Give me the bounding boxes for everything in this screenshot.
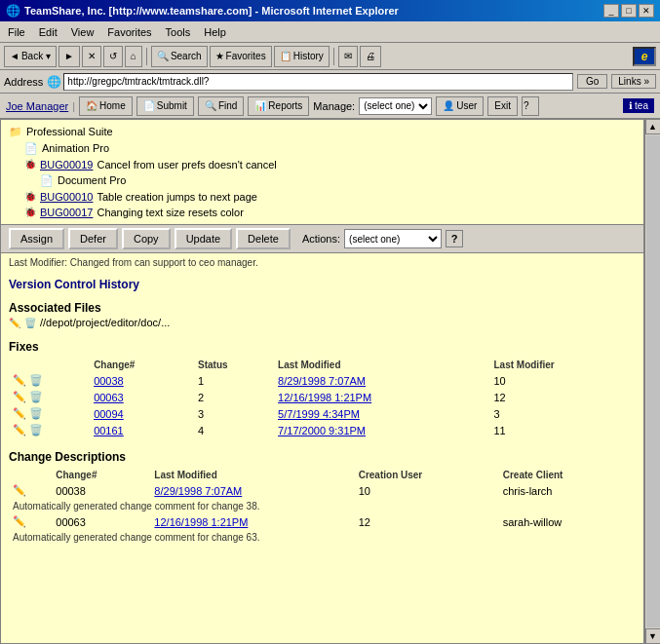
- bug-description: Changing text size resets color: [97, 207, 243, 218]
- copy-button[interactable]: Copy: [122, 228, 171, 249]
- change-link[interactable]: 00161: [94, 425, 124, 436]
- home-app-button[interactable]: 🏠 Home: [79, 96, 133, 116]
- create-client: sarah-willow: [499, 513, 636, 530]
- go-button[interactable]: Go: [577, 74, 607, 89]
- menu-file[interactable]: File: [4, 24, 29, 40]
- favorites-button[interactable]: ★ Favorites: [210, 46, 272, 67]
- bug-link[interactable]: BUG00017: [40, 207, 93, 218]
- menu-favorites[interactable]: Favorites: [103, 24, 155, 40]
- stop-button[interactable]: ✕: [82, 46, 101, 67]
- col-header-status: Status: [194, 358, 274, 372]
- version-control-title: Version Control History: [1, 272, 643, 293]
- maximize-button[interactable]: □: [621, 4, 637, 18]
- minimize-button[interactable]: _: [603, 4, 619, 18]
- delete-icon[interactable]: 🗑️: [29, 424, 43, 436]
- creation-user: 10: [355, 482, 499, 499]
- menu-bar: File Edit View Favorites Tools Help: [0, 21, 660, 43]
- date-link[interactable]: 12/16/1998 1:21PM: [154, 516, 248, 528]
- history-icon: 📋: [280, 51, 291, 61]
- menu-view[interactable]: View: [67, 24, 98, 40]
- edit-icon[interactable]: ✏️: [9, 318, 20, 328]
- help-app-button[interactable]: ?: [522, 96, 539, 116]
- links-button[interactable]: Links »: [611, 74, 656, 89]
- table-row: ✏️ 🗑️ 00063 2 12/16/1998 1:21PM 12: [9, 389, 636, 405]
- assign-button[interactable]: Assign: [9, 228, 64, 249]
- change-num: 00063: [52, 513, 150, 530]
- delete-icon[interactable]: 🗑️: [29, 374, 43, 386]
- date-link[interactable]: 8/29/1998 7:07AM: [154, 485, 242, 497]
- change-comment: Automatically generated change comment f…: [9, 499, 636, 513]
- address-bar: Address 🌐 Go Links »: [0, 70, 660, 94]
- edit-icon[interactable]: ✏️: [13, 391, 26, 402]
- help-button[interactable]: ?: [446, 230, 463, 247]
- date-link[interactable]: 12/16/1998 1:21PM: [278, 392, 371, 403]
- table-row: ✏️ 00038 8/29/1998 7:07AM 10 chris-larch: [9, 482, 636, 499]
- reports-icon: 📊: [254, 100, 266, 111]
- fixes-table: Change# Status Last Modified Last Modifi…: [9, 358, 636, 438]
- status-cell: 2: [194, 389, 274, 405]
- edit-icon[interactable]: ✏️: [13, 374, 26, 386]
- bug-link[interactable]: BUG00010: [40, 191, 93, 203]
- info-badge: ℹ tea: [623, 98, 654, 113]
- back-icon: ◄: [10, 51, 19, 61]
- back-button[interactable]: ◄ Back ▾: [4, 46, 57, 67]
- bug-link[interactable]: BUG00019: [40, 159, 93, 170]
- menu-tools[interactable]: Tools: [162, 24, 195, 40]
- date-link[interactable]: 8/29/1998 7:07AM: [278, 375, 366, 387]
- scrollbar[interactable]: ▲ ▼: [644, 119, 660, 644]
- scroll-track[interactable]: [646, 135, 660, 627]
- edit-icon[interactable]: ✏️: [13, 484, 26, 496]
- menu-edit[interactable]: Edit: [35, 24, 61, 40]
- user-link[interactable]: Joe Manager: [6, 100, 68, 112]
- browser-toolbar: ◄ Back ▾ ► ✕ ↺ ⌂ 🔍 Search ★ Favorites 📋 …: [0, 43, 660, 70]
- date-link[interactable]: 5/7/1999 4:34PM: [278, 408, 360, 420]
- status-cell: 4: [194, 422, 274, 438]
- update-button[interactable]: Update: [175, 228, 232, 249]
- manage-select[interactable]: (select one): [359, 97, 432, 115]
- menu-help[interactable]: Help: [200, 24, 230, 40]
- history-button[interactable]: 📋 History: [274, 46, 330, 67]
- search-button[interactable]: 🔍 Search: [151, 46, 208, 67]
- modifier-cell: 11: [489, 422, 636, 438]
- list-item: 📄 Animation Pro: [24, 140, 636, 157]
- manage-label: Manage:: [313, 100, 355, 112]
- edit-icon[interactable]: ✏️: [13, 515, 26, 527]
- change-link[interactable]: 00038: [94, 375, 124, 387]
- list-item: 🐞 BUG00019 Cancel from user prefs doesn'…: [24, 157, 636, 172]
- submit-button[interactable]: 📄 Submit: [136, 96, 194, 116]
- home-app-icon: 🏠: [86, 100, 97, 111]
- info-icon: ℹ: [629, 100, 633, 111]
- change-link[interactable]: 00094: [94, 408, 124, 420]
- user-app-button[interactable]: 👤 User: [436, 96, 484, 116]
- col-header-creation-user: Creation User: [355, 468, 499, 482]
- mail-button[interactable]: ✉: [338, 46, 358, 67]
- item-label: Document Pro: [58, 174, 126, 186]
- modifier-cell: 3: [489, 405, 636, 422]
- find-button[interactable]: 🔍 Find: [198, 96, 244, 116]
- delete-icon[interactable]: 🗑️: [29, 391, 43, 402]
- refresh-button[interactable]: ↺: [103, 46, 123, 67]
- folder-icon: 📄: [40, 174, 54, 187]
- date-link[interactable]: 7/17/2000 9:31PM: [278, 425, 366, 436]
- scroll-up-button[interactable]: ▲: [645, 119, 661, 134]
- delete-button[interactable]: Delete: [236, 228, 291, 249]
- close-button[interactable]: ✕: [639, 4, 654, 18]
- toolbar-separator-1: [146, 48, 147, 65]
- exit-button[interactable]: Exit: [487, 96, 518, 116]
- edit-icon[interactable]: ✏️: [13, 424, 26, 436]
- change-link[interactable]: 00063: [94, 392, 124, 403]
- forward-button[interactable]: ►: [58, 46, 80, 67]
- reports-button[interactable]: 📊 Reports: [248, 96, 309, 116]
- scroll-down-button[interactable]: ▼: [645, 628, 661, 644]
- address-input[interactable]: [63, 73, 573, 91]
- bug-icon: 🐞: [24, 207, 36, 217]
- defer-button[interactable]: Defer: [68, 228, 118, 249]
- print-button[interactable]: 🖨: [360, 46, 381, 67]
- folder-icon: 📁: [9, 126, 22, 138]
- change-descriptions-title: Change Descriptions: [9, 446, 636, 468]
- delete-icon[interactable]: 🗑️: [29, 407, 43, 419]
- actions-select[interactable]: (select one): [344, 229, 442, 248]
- home-button[interactable]: ⌂: [125, 46, 142, 67]
- edit-icon[interactable]: ✏️: [13, 407, 26, 419]
- delete-icon[interactable]: 🗑️: [24, 318, 36, 328]
